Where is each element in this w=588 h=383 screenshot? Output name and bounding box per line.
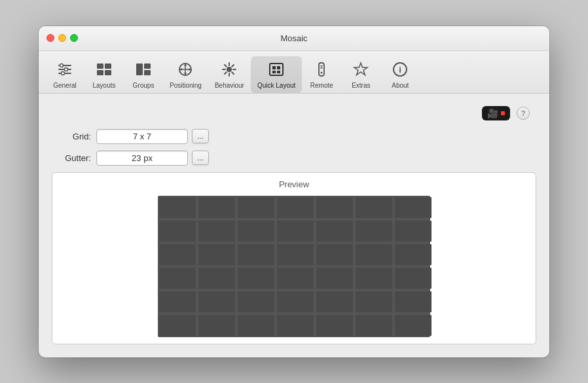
svg-point-20: [227, 67, 232, 72]
toolbar-item-general[interactable]: General: [45, 56, 84, 93]
record-dot: [501, 111, 505, 115]
grid-cell: [356, 244, 392, 265]
grid-cell: [159, 268, 196, 289]
svg-rect-26: [319, 63, 324, 76]
extras-icon: [350, 59, 371, 80]
traffic-lights: [46, 34, 78, 42]
window-title: Mosaic: [280, 33, 307, 43]
svg-rect-22: [272, 66, 276, 69]
toolbar-label-extras: Extras: [352, 82, 370, 89]
about-icon: i: [390, 59, 411, 80]
svg-rect-7: [105, 64, 111, 69]
grid-cell: [395, 315, 432, 336]
svg-rect-29: [320, 67, 323, 69]
grid-cell: [356, 197, 392, 218]
preview-title: Preview: [59, 179, 529, 189]
grid-label: Grid:: [52, 132, 91, 141]
grid-cell: [198, 268, 235, 289]
grid-cell: [238, 315, 274, 336]
grid-cell: [198, 291, 235, 312]
grid-cell: [238, 268, 274, 289]
toolbar-label-layouts: Layouts: [92, 82, 115, 89]
grid-cell: [159, 244, 196, 265]
svg-rect-11: [144, 64, 151, 69]
grid-cell: [277, 268, 314, 289]
toolbar-item-about[interactable]: i About: [380, 56, 420, 93]
grid-cell: [198, 315, 235, 336]
grid-cell: [277, 315, 314, 336]
toolbar-item-quick-layout[interactable]: Quick Layout: [251, 56, 302, 93]
toolbar-label-behaviour: Behaviour: [215, 82, 244, 89]
grid-cell: [277, 291, 314, 312]
camera-badge: 🎥: [482, 106, 510, 120]
close-button[interactable]: [46, 34, 54, 42]
toolbar-item-groups[interactable]: Groups: [124, 56, 163, 93]
toolbar-label-quick-layout: Quick Layout: [257, 82, 295, 89]
svg-point-3: [60, 64, 64, 67]
toolbar-item-layouts[interactable]: Layouts: [84, 56, 124, 93]
grid-cell: [277, 221, 314, 242]
remote-icon: [311, 59, 332, 80]
camera-icon: 🎥: [487, 108, 498, 119]
svg-rect-25: [277, 71, 280, 73]
grid-cell: [238, 291, 274, 312]
toolbar-item-behaviour[interactable]: Behaviour: [208, 56, 251, 93]
toolbar-label-about: About: [392, 82, 409, 89]
grid-cell: [159, 291, 196, 312]
svg-rect-8: [97, 70, 103, 75]
help-button[interactable]: ?: [517, 107, 530, 120]
toolbar-label-positioning: Positioning: [170, 82, 202, 89]
minimize-button[interactable]: [58, 34, 66, 42]
grid-cell: [277, 244, 314, 265]
svg-rect-24: [272, 71, 276, 73]
grid-cell: [238, 197, 274, 218]
gutter-label: Gutter:: [52, 153, 91, 163]
svg-rect-12: [144, 70, 151, 75]
help-label: ?: [521, 109, 525, 117]
grid-cell: [159, 197, 196, 218]
grid-ellipsis-button[interactable]: ...: [192, 129, 209, 143]
toolbar-label-groups: Groups: [133, 82, 155, 89]
grid-cell: [316, 244, 353, 265]
content-area: 🎥 ? Grid: ... Gutter: ... Preview: [39, 94, 549, 357]
grid-cell: [198, 197, 235, 218]
grid-cell: [395, 221, 432, 242]
svg-text:i: i: [399, 65, 402, 75]
gutter-input[interactable]: [96, 151, 188, 166]
grid-cell: [356, 291, 392, 312]
maximize-button[interactable]: [70, 34, 78, 42]
layouts-icon: [94, 59, 115, 80]
grid-cell: [198, 244, 235, 265]
grid-input[interactable]: [96, 129, 188, 144]
grid-cell: [316, 291, 353, 312]
grid-cell: [356, 268, 392, 289]
groups-icon: [133, 59, 154, 80]
toolbar-item-remote[interactable]: Remote: [302, 56, 341, 93]
toolbar-label-general: General: [53, 82, 77, 89]
gutter-ellipsis-button[interactable]: ...: [192, 151, 209, 165]
toolbar-item-positioning[interactable]: Positioning: [163, 56, 208, 93]
grid-preview: [158, 196, 430, 337]
sliders-icon: [54, 59, 75, 80]
grid-cell: [316, 197, 353, 218]
grid-cell: [238, 244, 274, 265]
gutter-row: Gutter: ...: [52, 151, 536, 166]
toolbar: General Layouts: [39, 51, 549, 94]
grid-row: Grid: ...: [52, 129, 536, 144]
grid-cell: [277, 197, 314, 218]
svg-point-4: [65, 67, 68, 71]
svg-rect-28: [320, 65, 323, 67]
svg-rect-9: [105, 70, 111, 75]
grid-cell: [395, 268, 432, 289]
app-window: Mosaic General: [39, 26, 549, 357]
positioning-icon: [175, 59, 196, 80]
toolbar-label-remote: Remote: [310, 82, 333, 89]
behaviour-icon: [219, 59, 240, 80]
grid-cell: [159, 221, 196, 242]
preview-container: Preview: [52, 172, 536, 344]
grid-cell: [159, 315, 196, 336]
grid-cell: [316, 221, 353, 242]
grid-cell: [356, 315, 392, 336]
toolbar-item-extras[interactable]: Extras: [341, 56, 380, 93]
grid-cell: [356, 221, 392, 242]
